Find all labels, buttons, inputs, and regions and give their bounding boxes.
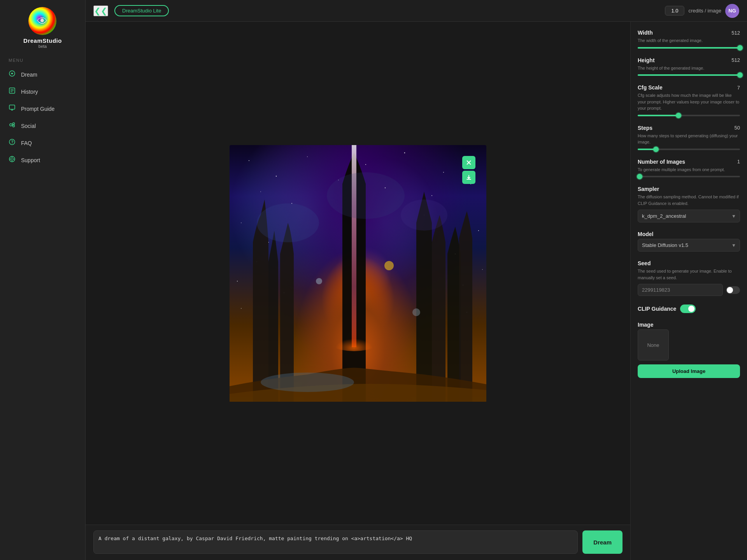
faq-icon: ?	[9, 138, 16, 147]
cfg-scale-slider[interactable]	[638, 115, 740, 116]
seed-toggle-thumb	[727, 287, 733, 293]
image-none-box: None	[638, 329, 669, 360]
sidebar-item-history-label: History	[21, 89, 38, 95]
svg-text:?: ?	[11, 140, 14, 144]
dream-icon	[9, 70, 16, 79]
sidebar-item-dream[interactable]: Dream	[0, 66, 85, 83]
svg-point-14	[11, 158, 13, 160]
svg-point-48	[412, 308, 420, 316]
cfg-scale-desc: Cfg scale adjusts how much the image wil…	[638, 92, 740, 112]
height-label: Height	[638, 57, 655, 63]
svg-point-8	[13, 125, 15, 127]
svg-point-30	[431, 195, 432, 196]
clip-guidance-toggle[interactable]	[680, 304, 696, 313]
svg-rect-5	[9, 105, 15, 109]
num-images-value: 1	[737, 159, 740, 164]
dream-button[interactable]: Dream	[582, 530, 622, 554]
svg-point-6	[10, 124, 12, 126]
sidebar-item-prompt-label: Prompt Guide	[21, 106, 54, 112]
svg-rect-44	[352, 145, 356, 347]
width-label: Width	[638, 30, 653, 36]
steps-label: Steps	[638, 125, 652, 131]
svg-point-20	[276, 175, 277, 176]
num-images-slider[interactable]	[638, 176, 740, 177]
height-value: 512	[731, 57, 740, 63]
width-slider[interactable]	[638, 47, 740, 49]
credits-input[interactable]	[665, 6, 684, 16]
seed-desc: The seed used to generate your image. En…	[638, 268, 740, 281]
social-icon	[9, 121, 16, 130]
svg-point-50	[261, 373, 354, 392]
eye-icon: 👁	[37, 15, 48, 28]
generated-image	[230, 145, 486, 402]
svg-point-37	[455, 253, 456, 254]
sampler-section: Sampler The diffusion sampling method. C…	[638, 186, 740, 222]
steps-desc: How many steps to spend generating (diff…	[638, 133, 740, 145]
svg-point-38	[482, 269, 482, 270]
svg-point-53	[327, 172, 405, 219]
support-icon	[9, 156, 16, 164]
sidebar-item-support-label: Support	[21, 157, 40, 163]
sidebar: 👁 DreamStudio beta MENU Dream History	[0, 0, 86, 560]
sidebar-item-prompt-guide[interactable]: Prompt Guide	[0, 100, 85, 117]
height-section: Height 512 The height of the generated i…	[638, 57, 740, 76]
svg-point-21	[307, 156, 308, 157]
sidebar-item-support[interactable]: Support	[0, 152, 85, 168]
steps-value: 50	[735, 125, 740, 131]
prompt-textarea[interactable]: A dream of a distant galaxy, by Caspar D…	[93, 530, 578, 554]
nav-items: Dream History Prompt Guide Social	[0, 66, 85, 169]
model-select[interactable]: Stable Diffusion v1.5 Stable Diffusion v…	[638, 239, 740, 252]
width-desc: The width of the generated image.	[638, 37, 740, 44]
svg-point-7	[13, 123, 15, 125]
dreamstudio-tab[interactable]: DreamStudio Lite	[114, 5, 169, 16]
credits-label: credits / image	[688, 8, 721, 14]
history-icon	[9, 87, 16, 96]
clip-guidance-row: CLIP Guidance	[638, 304, 740, 313]
svg-point-29	[385, 187, 386, 188]
height-slider[interactable]	[638, 74, 740, 76]
sidebar-item-faq[interactable]: ? FAQ	[0, 135, 85, 151]
steps-section: Steps 50 How many steps to spend generat…	[638, 125, 740, 150]
sidebar-item-faq-label: FAQ	[21, 140, 32, 146]
seed-input[interactable]	[638, 284, 723, 296]
image-container	[86, 22, 630, 525]
close-image-button[interactable]	[462, 156, 475, 169]
sidebar-item-social[interactable]: Social	[0, 117, 85, 134]
steps-slider[interactable]	[638, 149, 740, 150]
image-section: Image None Upload Image	[638, 322, 740, 378]
seed-toggle[interactable]	[726, 286, 740, 294]
cfg-scale-label: Cfg Scale	[638, 84, 663, 91]
back-button[interactable]: ❮❮	[93, 5, 108, 16]
svg-point-32	[241, 222, 242, 223]
num-images-desc: To generate multiple images from one pro…	[638, 166, 740, 173]
svg-point-34	[424, 215, 424, 215]
upload-image-button[interactable]: Upload Image	[638, 364, 740, 378]
user-avatar[interactable]: NG	[725, 4, 739, 18]
model-label: Model	[638, 231, 653, 237]
app-name: DreamStudio	[23, 37, 62, 44]
seed-label: Seed	[638, 260, 651, 266]
svg-point-47	[316, 278, 322, 284]
clip-guidance-thumb	[688, 306, 694, 312]
num-images-label: Number of Images	[638, 159, 685, 165]
svg-point-40	[284, 292, 284, 293]
seed-row	[638, 284, 740, 296]
svg-point-52	[401, 200, 447, 231]
sidebar-item-history[interactable]: History	[0, 83, 85, 100]
download-image-button[interactable]	[462, 171, 475, 184]
svg-point-33	[268, 242, 269, 242]
num-images-section: Number of Images 1 To generate multiple …	[638, 159, 740, 178]
width-section: Width 512 The width of the generated ima…	[638, 30, 740, 49]
right-panel: Width 512 The width of the generated ima…	[630, 22, 747, 560]
sampler-select[interactable]: k_dpm_2_ancestral k_euler k_euler_ancest…	[638, 210, 740, 222]
svg-point-24	[443, 172, 444, 173]
height-desc: The height of the generated image.	[638, 65, 740, 72]
app-logo: 👁	[28, 7, 56, 35]
model-section: Model Stable Diffusion v1.5 Stable Diffu…	[638, 231, 740, 252]
svg-point-22	[365, 164, 366, 165]
menu-label: MENU	[0, 58, 23, 66]
svg-point-35	[478, 230, 479, 231]
svg-point-51	[257, 203, 319, 242]
prompt-bar: A dream of a distant galaxy, by Caspar D…	[86, 525, 630, 560]
svg-point-39	[237, 281, 238, 282]
